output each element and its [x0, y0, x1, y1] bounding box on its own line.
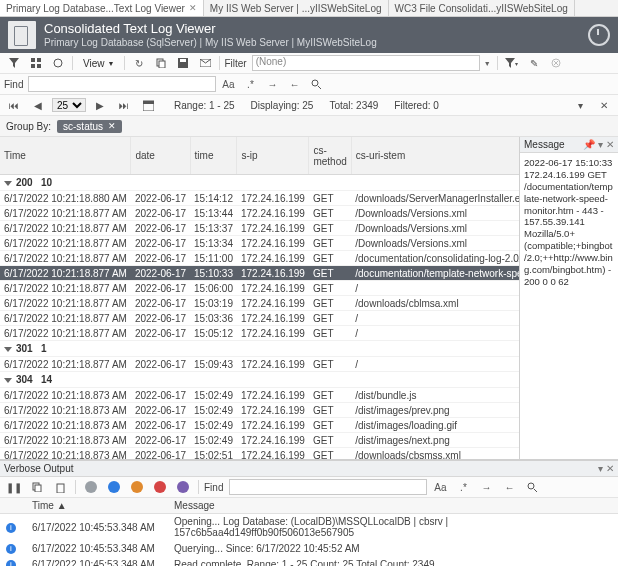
- table-row[interactable]: 6/17/2022 10:21:18.877 AM2022-06-1715:13…: [0, 221, 519, 236]
- table-row[interactable]: 6/17/2022 10:21:18.877 AM2022-06-1715:13…: [0, 236, 519, 251]
- paging-toolbar: ⏮ ◀ 25 ▶ ⏭ Range: 1 - 25 Displaying: 25 …: [0, 95, 618, 116]
- level-blue-icon[interactable]: [104, 478, 124, 496]
- close-panel-icon[interactable]: ✕: [594, 96, 614, 114]
- page-last-icon[interactable]: ⏭: [114, 96, 134, 114]
- level-red-icon[interactable]: [150, 478, 170, 496]
- page-prev-icon[interactable]: ◀: [28, 96, 48, 114]
- table-row[interactable]: 6/17/2022 10:21:18.880 AM2022-06-1715:14…: [0, 191, 519, 206]
- table-row[interactable]: 6/17/2022 10:21:18.873 AM2022-06-1715:02…: [0, 448, 519, 460]
- column-header[interactable]: Time: [0, 137, 131, 175]
- message-title: Message: [524, 139, 565, 150]
- group-by-chip[interactable]: sc-status✕: [57, 120, 122, 133]
- svg-rect-1: [37, 58, 41, 62]
- group-row[interactable]: 304 14: [0, 372, 519, 388]
- verbose-row[interactable]: i6/17/2022 10:45:53.348 AMQuerying... Si…: [0, 540, 618, 556]
- svg-rect-3: [37, 64, 41, 68]
- table-row[interactable]: 6/17/2022 10:21:18.877 AM2022-06-1715:03…: [0, 296, 519, 311]
- header-bar: Consolidated Text Log Viewer Primary Log…: [0, 17, 618, 53]
- pin-icon[interactable]: 📌: [583, 139, 595, 150]
- level-gray-icon[interactable]: [81, 478, 101, 496]
- verbose-toolbar: ❚❚ Find Aa .* → ←: [0, 477, 618, 498]
- find-label: Find: [4, 79, 26, 90]
- svg-rect-2: [31, 64, 35, 68]
- filter-label: Filter: [224, 58, 249, 69]
- match-case-button[interactable]: Aa: [218, 75, 238, 93]
- find-search-icon[interactable]: [306, 75, 326, 93]
- power-icon[interactable]: [588, 24, 610, 46]
- filter-funnel-icon[interactable]: ▾: [502, 54, 522, 72]
- delete-icon[interactable]: [50, 478, 70, 496]
- columns-icon[interactable]: [48, 54, 68, 72]
- save-icon[interactable]: [173, 54, 193, 72]
- column-header[interactable]: s-ip: [237, 137, 309, 175]
- find-next-icon[interactable]: →: [262, 75, 282, 93]
- copy-icon[interactable]: [151, 54, 171, 72]
- edit-icon[interactable]: ✎: [524, 54, 544, 72]
- document-tab[interactable]: WC3 File Consolidati...yIISWebSiteLog: [389, 0, 575, 16]
- vo-find-next-icon[interactable]: →: [476, 478, 496, 496]
- verbose-grid[interactable]: Time ▲Messagei6/17/2022 10:45:53.348 AMO…: [0, 498, 618, 566]
- regex-button[interactable]: .*: [240, 75, 260, 93]
- find-prev-icon[interactable]: ←: [284, 75, 304, 93]
- level-purple-icon[interactable]: [173, 478, 193, 496]
- column-header[interactable]: time: [190, 137, 237, 175]
- expand-icon[interactable]: ▾: [570, 96, 590, 114]
- vo-match-case-button[interactable]: Aa: [430, 478, 450, 496]
- grid-icon[interactable]: [26, 54, 46, 72]
- view-dropdown[interactable]: View▼: [77, 55, 120, 71]
- vo-regex-button[interactable]: .*: [453, 478, 473, 496]
- document-tab[interactable]: Primary Log Database...Text Log Viewer✕: [0, 0, 204, 16]
- document-tab[interactable]: My IIS Web Server | ...yIISWebSiteLog: [204, 0, 389, 16]
- clear-icon[interactable]: [546, 54, 566, 72]
- tab-close-icon[interactable]: ✕: [189, 3, 197, 13]
- verbose-row[interactable]: i6/17/2022 10:45:53.348 AMRead complete.…: [0, 556, 618, 566]
- table-row[interactable]: 6/17/2022 10:21:18.877 AM2022-06-1715:06…: [0, 281, 519, 296]
- vo-search-icon[interactable]: [522, 478, 542, 496]
- pane-close-icon[interactable]: ✕: [606, 139, 614, 150]
- column-header[interactable]: cs-method: [309, 137, 351, 175]
- table-row[interactable]: 6/17/2022 10:21:18.877 AM2022-06-1715:10…: [0, 266, 519, 281]
- pane-dropdown-icon[interactable]: ▾: [598, 139, 603, 150]
- svg-point-17: [528, 483, 534, 489]
- vo-find-input[interactable]: [229, 479, 427, 495]
- page-first-icon[interactable]: ⏮: [4, 96, 24, 114]
- chip-close-icon[interactable]: ✕: [108, 121, 116, 131]
- email-icon[interactable]: [195, 54, 215, 72]
- group-row[interactable]: 200 10: [0, 175, 519, 191]
- column-header[interactable]: cs-uri-stem: [351, 137, 519, 175]
- level-orange-icon[interactable]: [127, 478, 147, 496]
- column-header[interactable]: Message: [168, 498, 618, 514]
- log-grid[interactable]: Timedatetimes-ipcs-methodcs-uri-stemcs-u…: [0, 137, 519, 459]
- find-input[interactable]: [28, 76, 216, 92]
- pause-icon[interactable]: ❚❚: [4, 478, 24, 496]
- table-row[interactable]: 6/17/2022 10:21:18.877 AM2022-06-1715:05…: [0, 326, 519, 341]
- date-picker-icon[interactable]: [138, 96, 158, 114]
- column-header[interactable]: Time ▲: [26, 498, 168, 514]
- page-size-select[interactable]: 25: [52, 98, 86, 112]
- refresh-icon[interactable]: ↻: [129, 54, 149, 72]
- table-row[interactable]: 6/17/2022 10:21:18.877 AM2022-06-1715:03…: [0, 311, 519, 326]
- svg-point-11: [312, 80, 318, 86]
- table-row[interactable]: 6/17/2022 10:21:18.877 AM2022-06-1715:13…: [0, 206, 519, 221]
- table-row[interactable]: 6/17/2022 10:21:18.877 AM2022-06-1715:09…: [0, 357, 519, 372]
- verbose-output-pane: Verbose Output ▾ ✕ ❚❚ Find Aa .* → ← Tim…: [0, 460, 618, 566]
- page-next-icon[interactable]: ▶: [90, 96, 110, 114]
- column-header[interactable]: date: [131, 137, 190, 175]
- table-row[interactable]: 6/17/2022 10:21:18.873 AM2022-06-1715:02…: [0, 388, 519, 403]
- filter-icon[interactable]: [4, 54, 24, 72]
- vo-close-icon[interactable]: ✕: [606, 463, 614, 474]
- group-row[interactable]: 301 1: [0, 341, 519, 357]
- range-label: Range: 1 - 25: [174, 100, 235, 111]
- vo-dropdown-icon[interactable]: ▾: [598, 463, 603, 474]
- table-row[interactable]: 6/17/2022 10:21:18.873 AM2022-06-1715:02…: [0, 403, 519, 418]
- table-row[interactable]: 6/17/2022 10:21:18.877 AM2022-06-1715:11…: [0, 251, 519, 266]
- vo-find-prev-icon[interactable]: ←: [499, 478, 519, 496]
- svg-rect-8: [180, 59, 186, 62]
- table-row[interactable]: 6/17/2022 10:21:18.873 AM2022-06-1715:02…: [0, 433, 519, 448]
- vo-find-label: Find: [204, 482, 226, 493]
- copy-icon[interactable]: [27, 478, 47, 496]
- table-row[interactable]: 6/17/2022 10:21:18.873 AM2022-06-1715:02…: [0, 418, 519, 433]
- verbose-row[interactable]: i6/17/2022 10:45:53.348 AMOpening... Log…: [0, 514, 618, 541]
- filter-field[interactable]: (None): [252, 55, 480, 71]
- svg-rect-16: [57, 484, 64, 493]
